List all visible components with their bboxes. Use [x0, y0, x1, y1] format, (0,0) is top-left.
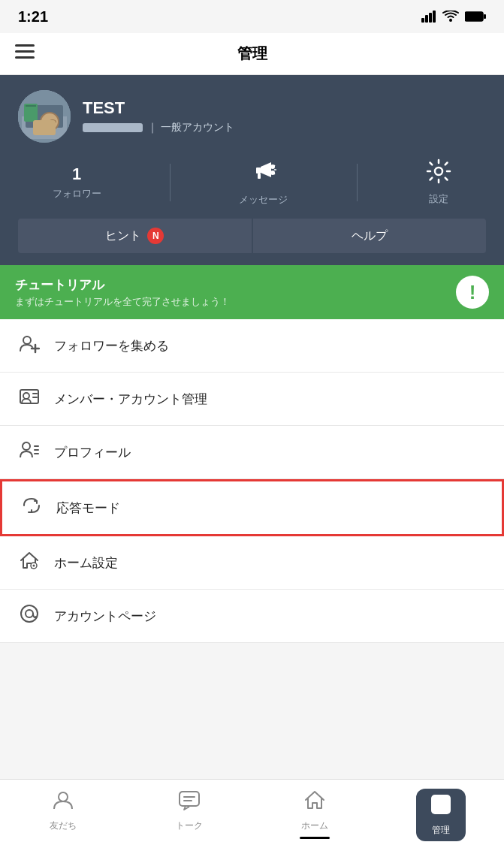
settings-label: 設定	[429, 192, 448, 206]
menu-item-followers[interactable]: フォロワーを集める	[0, 319, 504, 373]
svg-rect-1	[425, 15, 428, 23]
main-content: TEST ｜ 一般アカウント 1 フォロワー	[0, 75, 504, 779]
new-badge: N	[147, 228, 164, 244]
svg-rect-0	[421, 18, 424, 23]
nav-inner-manage: 管理	[416, 789, 466, 841]
menu-item-label-profile: プロフィール	[54, 444, 131, 461]
svg-point-15	[49, 119, 56, 124]
tutorial-title: チュートリアル	[15, 276, 230, 294]
profile-info: TEST ｜ 一般アカウント	[83, 98, 234, 134]
profile-id	[83, 123, 143, 132]
svg-rect-17	[26, 105, 36, 107]
page-title: 管理	[237, 44, 267, 64]
tutorial-alert-icon: !	[456, 276, 489, 309]
menu-item-label-followers: フォロワーを集める	[54, 337, 169, 355]
talk-nav-icon	[178, 789, 201, 816]
wifi-icon	[442, 11, 459, 23]
profile-name: TEST	[83, 98, 234, 118]
svg-point-26	[23, 336, 31, 344]
svg-rect-2	[429, 13, 432, 23]
battery-icon	[465, 11, 486, 22]
status-icons	[421, 11, 486, 23]
bottom-nav: 友だち トーク ホーム	[0, 779, 504, 845]
menu-item-label-response: 応答モード	[56, 499, 120, 517]
hamburger-menu-button[interactable]	[15, 44, 35, 64]
nav-item-manage[interactable]: 管理	[378, 786, 504, 841]
nav-inner-home: ホーム	[301, 789, 328, 832]
followers-label: フォロワー	[53, 187, 101, 201]
home-underline	[300, 837, 330, 839]
menu-item-label-members: メンバー・アカウント管理	[54, 391, 207, 408]
menu-item-profile[interactable]: プロフィール	[0, 426, 504, 479]
stats-row: 1 フォロワー	[18, 158, 486, 207]
svg-point-25	[435, 167, 442, 175]
nav-label-home: ホーム	[301, 819, 328, 832]
svg-point-38	[33, 565, 35, 567]
response-icon	[20, 495, 43, 521]
menu-list: フォロワーを集める メンバー・アカウント管理	[0, 319, 504, 643]
nav-inner-friends: 友だち	[50, 789, 77, 832]
home-gear-icon	[18, 550, 41, 575]
help-button[interactable]: ヘルプ	[253, 219, 487, 253]
svg-rect-6	[484, 14, 486, 19]
stat-divider-2	[357, 164, 358, 201]
at-icon	[18, 603, 41, 629]
settings-icon	[426, 158, 451, 189]
friends-nav-icon	[52, 789, 74, 816]
tutorial-text: チュートリアル まずはチュートリアルを全て完了させましょう！	[15, 276, 230, 309]
help-label: ヘルプ	[352, 228, 388, 244]
message-label: メッセージ	[239, 193, 288, 207]
tutorial-subtitle: まずはチュートリアルを全て完了させましょう！	[15, 295, 230, 309]
hint-button[interactable]: ヒント N	[18, 219, 252, 253]
svg-rect-9	[15, 56, 35, 59]
svg-rect-8	[15, 50, 35, 53]
nav-item-home[interactable]: ホーム	[252, 786, 379, 839]
profile-top: TEST ｜ 一般アカウント	[18, 90, 486, 143]
svg-rect-18	[256, 167, 261, 174]
add-person-icon	[18, 333, 41, 358]
svg-point-4	[449, 19, 452, 22]
action-row: ヒント N ヘルプ	[18, 219, 486, 253]
svg-point-33	[23, 442, 30, 450]
menu-item-label-home-settings: ホーム設定	[54, 554, 118, 572]
nav-item-friends[interactable]: 友だち	[0, 786, 126, 832]
nav-label-manage: 管理	[432, 824, 450, 837]
message-stat[interactable]: メッセージ	[239, 158, 288, 207]
menu-item-home-settings[interactable]: ホーム設定	[0, 536, 504, 590]
profile-section: TEST ｜ 一般アカウント 1 フォロワー	[0, 75, 504, 265]
svg-rect-3	[433, 11, 436, 23]
profile-account-type: ｜ 一般アカウント	[147, 121, 234, 134]
menu-item-response[interactable]: 応答モード	[0, 479, 504, 536]
header: 管理	[0, 33, 504, 75]
home-nav-icon	[303, 789, 326, 816]
tutorial-banner[interactable]: チュートリアル まずはチュートリアルを全て完了させましょう！ !	[0, 265, 504, 319]
menu-item-label-account-page: アカウントページ	[54, 608, 156, 625]
svg-point-30	[23, 393, 29, 399]
avatar	[18, 90, 71, 143]
followers-stat[interactable]: 1 フォロワー	[53, 164, 101, 201]
settings-stat[interactable]: 設定	[426, 158, 451, 206]
hint-label: ヒント	[105, 228, 141, 244]
menu-item-account-page[interactable]: アカウントページ	[0, 590, 504, 643]
stat-divider-1	[170, 164, 171, 201]
svg-point-41	[59, 792, 68, 801]
followers-count: 1	[72, 164, 81, 184]
nav-label-friends: 友だち	[50, 819, 77, 832]
svg-rect-5	[465, 12, 483, 21]
avatar-image	[18, 90, 71, 143]
person-card-icon	[18, 386, 41, 412]
status-time: 1:21	[18, 8, 48, 26]
svg-rect-7	[15, 44, 35, 47]
nav-label-talk: トーク	[176, 819, 203, 832]
svg-rect-42	[180, 792, 199, 806]
svg-rect-19	[258, 174, 261, 179]
menu-item-members[interactable]: メンバー・アカウント管理	[0, 373, 504, 426]
profile-id-row: ｜ 一般アカウント	[83, 121, 234, 134]
status-bar: 1:21	[0, 0, 504, 33]
message-icon	[250, 158, 277, 190]
person-lines-icon	[18, 439, 41, 465]
svg-rect-14	[50, 120, 56, 128]
nav-item-talk[interactable]: トーク	[126, 786, 252, 832]
manage-nav-icon	[430, 793, 452, 821]
signal-icon	[421, 11, 436, 23]
